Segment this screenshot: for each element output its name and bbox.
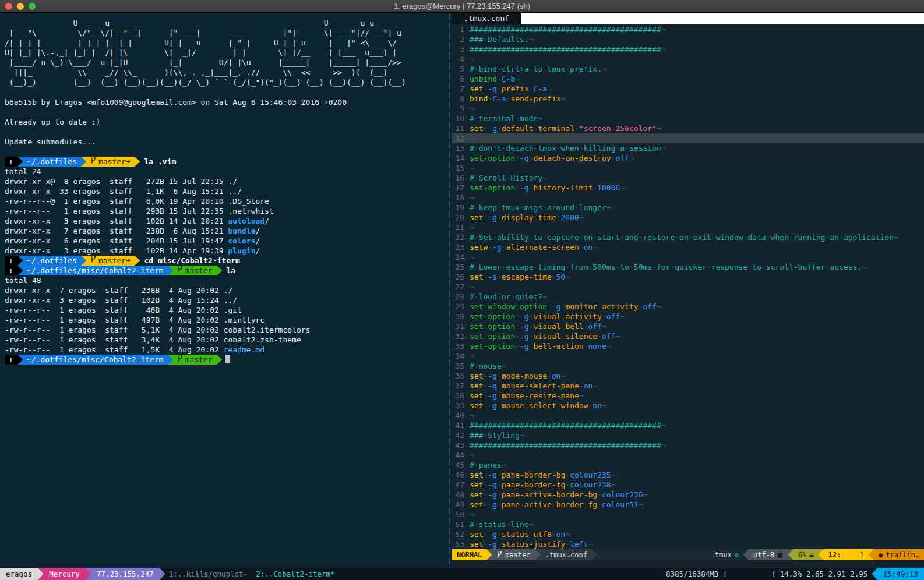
eol-mark: ¬	[470, 253, 474, 261]
terminal-line: drwxr-xr-x@ 8 eragos staff 272B 15 Jul 2…	[5, 176, 448, 186]
space-dot: ·	[579, 381, 584, 390]
eol-mark: ¬	[565, 273, 570, 281]
powerline-separator-right	[168, 355, 173, 365]
terminal-line: total 24	[5, 167, 448, 176]
space-dot: ·	[602, 312, 606, 321]
code-token: set	[470, 381, 483, 390]
terminal-text: U| |_| |\.-,_| |_| | /| |\ \| _|/ | | \|…	[5, 48, 397, 57]
titlebar[interactable]: 1. eragos@Mercury | 77.23.155.247 (sh)	[0, 0, 924, 13]
eol-mark: ¬	[561, 372, 566, 380]
tmux-window-1[interactable]: 1:..kills/gnuplot-	[165, 568, 252, 580]
readme-link[interactable]: readme.md	[224, 345, 264, 354]
space-dot: ·	[474, 520, 479, 529]
prompt-branch-segment: master±	[86, 256, 135, 266]
code-token: scroll-buffer	[766, 263, 826, 271]
vim-editor-pane[interactable]: .tmux.conf 1############################…	[452, 13, 924, 568]
terminal-line: b6a515b by Eragos <mfo1009@googlemail.co…	[5, 97, 448, 107]
eol-mark: ¬	[639, 500, 643, 509]
code-token: -s	[488, 273, 497, 281]
code-token: #	[470, 263, 474, 271]
space-dot: ·	[497, 381, 502, 390]
terminal-line: /| | | | | | | | | | U| |_ u |_"_| U | |…	[5, 38, 448, 48]
scroll-percent-segment: 6%≡	[793, 549, 819, 560]
tmux-window-2-active[interactable]: 2:..Cobalt2-iterm*	[252, 568, 338, 580]
vim-line-1: 1#######################################…	[452, 24, 924, 34]
code-token: bind	[479, 65, 497, 73]
code-token: set-option	[470, 154, 515, 162]
vim-line-4: 4¬	[452, 54, 924, 64]
terminal-line: |____/ u \_)-\___/ u |_|U |_| U/| |\u |_…	[5, 58, 448, 68]
vim-line-46: 46set·-g·pane-border-bg·colour235¬	[452, 470, 924, 480]
terminal-line: -rw-r--r-- 1 eragos staff 5,1K 4 Aug 20:…	[5, 325, 448, 335]
vim-buffer[interactable]: 1#######################################…	[452, 24, 924, 549]
code-token: -g	[520, 183, 529, 192]
terminal-line	[5, 107, 448, 117]
eol-mark: ¬	[502, 461, 506, 469]
space-dot: ·	[497, 372, 502, 380]
vim-tabline: .tmux.conf	[452, 13, 924, 24]
line-number: 20	[452, 213, 470, 222]
code-token: "screen-256color"	[579, 124, 657, 133]
code-token: set	[470, 391, 483, 400]
prompt-status-segment: ↑	[5, 256, 17, 266]
line-number: 41	[452, 420, 470, 430]
vim-line-31: 31set-option·-g·visual-bell·off¬	[452, 321, 924, 331]
left-terminal-pane[interactable]: ____ U ___ u _____ _____ _ U _____ u u _…	[0, 13, 448, 568]
tmux-bar-spacer	[339, 568, 666, 580]
terminal-line: |||_ \\ _// \\_ )(\\,-.-,_|___|_,-.// \\…	[5, 68, 448, 77]
code-token: visual-bell	[534, 322, 584, 331]
code-token: Lower	[479, 263, 502, 271]
vim-line-52: 52set·-g·status-utf8·on¬	[452, 529, 924, 539]
vim-line-24: 24¬	[452, 252, 924, 262]
shell-prompt-line: ↑~/.dotfiles/misc/Cobalt2-itermmaster	[5, 355, 448, 365]
vim-line-19: 19#·keep·tmux·msgs·around·longer¬	[452, 203, 924, 213]
line-number: 45	[452, 460, 470, 470]
code-token: -g	[488, 540, 497, 549]
vim-line-18: 18¬	[452, 193, 924, 203]
eol-mark: ¬	[661, 421, 666, 430]
space-dot: ·	[579, 243, 584, 252]
line-number: 34	[452, 351, 470, 361]
terminal-line: Update submodules...	[5, 137, 448, 147]
vim-line-47: 47set·-g·pane-border-fg·colour238¬	[452, 480, 924, 490]
line-number: 15	[452, 163, 470, 173]
line-number: 25	[452, 262, 470, 272]
space-dot: ·	[584, 342, 588, 351]
prompt-path-segment-label: ~/.dotfiles/misc/Cobalt2-iterm	[27, 266, 164, 275]
code-token: history-limit	[534, 183, 593, 192]
space-dot: ·	[597, 490, 602, 499]
line-number: 38	[452, 391, 470, 401]
eol-mark: ¬	[520, 431, 524, 440]
eol-mark: ¬	[611, 480, 616, 489]
code-token: on	[584, 243, 593, 252]
line-number: 46	[452, 470, 470, 480]
session-name-segment: eragos	[0, 568, 38, 580]
vim-line-33: 33set-option·-g·bell-action·none¬	[452, 341, 924, 351]
terminal-line: -rw-r--r-- 1 eragos staff 46B 4 Aug 20:0…	[5, 305, 448, 315]
pane-divider[interactable]	[448, 13, 452, 568]
eol-mark: ¬	[593, 381, 597, 390]
code-token: set-option	[470, 322, 515, 331]
code-token: 50ms	[634, 263, 652, 271]
code-token: -g	[520, 342, 529, 351]
zoom-button[interactable]	[29, 3, 36, 10]
minimize-button[interactable]	[17, 3, 24, 10]
code-token: -g	[488, 471, 497, 479]
vim-tabline-fill	[521, 13, 924, 24]
space-dot: ·	[488, 94, 492, 103]
line-number: 37	[452, 381, 470, 391]
vim-line-15: 15¬	[452, 163, 924, 173]
vim-tab-tmux-conf[interactable]: .tmux.conf	[452, 13, 521, 24]
terminal-text: -rw-r--r-- 1 eragos staff 1,5K 4 Aug 20:…	[5, 345, 224, 354]
ip-address-segment: 77.23.155.247	[91, 568, 160, 580]
line-number: 31	[452, 321, 470, 331]
space-dot: ·	[766, 233, 771, 242]
close-button[interactable]	[5, 3, 12, 10]
eol-mark: ¬	[593, 243, 597, 252]
terminal-text: drwxr-xr-x 3 eragos staff 102B 14 Jul 20…	[5, 217, 228, 225]
terminal-text: autoload	[228, 217, 265, 225]
code-token: and	[625, 233, 638, 242]
powerline-separator-right	[81, 256, 86, 266]
filename-segment-label: .tmux.conf	[545, 551, 587, 559]
code-token: pane-border-bg	[502, 471, 566, 479]
